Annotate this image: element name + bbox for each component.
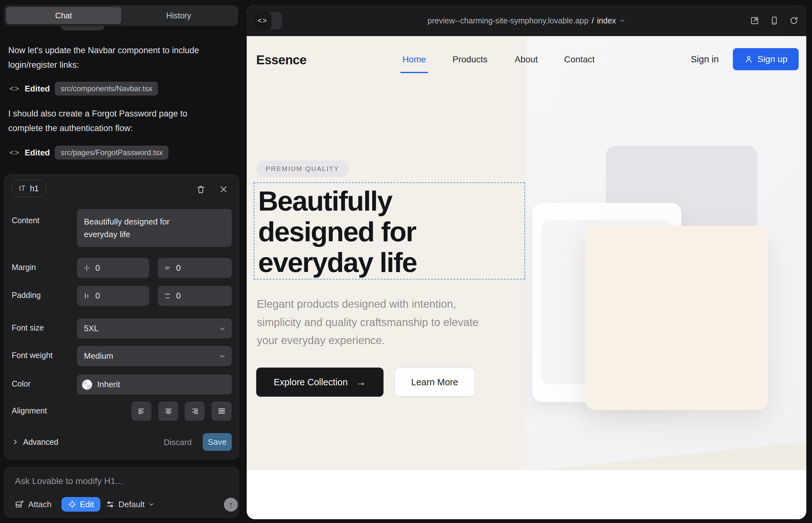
font-size-select[interactable]: 5XL — [77, 319, 232, 339]
edit-mode-button[interactable]: Edit — [61, 497, 100, 511]
margin-x-input[interactable]: 0 — [77, 258, 149, 278]
h1-selection-outline[interactable]: Beautifully designed for everyday life — [254, 182, 525, 279]
nav-link-contact[interactable]: Contact — [560, 54, 599, 65]
explore-collection-label: Explore Collection — [273, 377, 348, 387]
font-size-label: Font size — [12, 323, 44, 332]
save-button[interactable]: Save — [203, 433, 232, 451]
selected-element-badge: tT h1 — [12, 180, 46, 197]
chevron-down-icon — [619, 17, 625, 24]
align-left-button[interactable] — [131, 401, 152, 421]
text-tool-icon: tT — [19, 184, 25, 193]
sidebar-tabbar: Chat History — [4, 5, 238, 26]
chat-sidebar: Chat History Now let's update the Navbar… — [0, 0, 247, 523]
site-viewport: Essence Home Products About Contact Sign… — [247, 36, 806, 519]
refresh-icon[interactable] — [789, 16, 799, 25]
tab-chat[interactable]: Chat — [6, 7, 121, 24]
sign-in-link[interactable]: Sign in — [691, 54, 719, 65]
padding-x-input[interactable]: 0 — [77, 286, 149, 306]
code-icon: <> — [254, 12, 271, 29]
content-value: Beautifully designed for everyday life — [84, 215, 195, 240]
edit-label: Edit — [80, 500, 94, 509]
chat-composer[interactable]: Ask Lovable to modify H1... Attach Edit … — [4, 467, 239, 518]
margin-vertical-icon — [163, 264, 172, 272]
open-external-icon[interactable] — [750, 16, 759, 25]
advanced-label: Advanced — [23, 437, 58, 447]
delete-element-button[interactable] — [194, 183, 207, 196]
premium-quality-badge: PREMIUM QUALITY — [256, 161, 349, 177]
align-center-button[interactable] — [158, 401, 178, 421]
site-navbar: Essence Home Products About Contact Sign… — [247, 44, 806, 77]
sign-up-button[interactable]: Sign up — [733, 48, 799, 70]
align-center-icon — [164, 407, 173, 416]
hero-heading-line: designed for — [258, 216, 525, 247]
close-editor-button[interactable] — [217, 183, 230, 196]
nav-link-products[interactable]: Products — [448, 54, 492, 65]
color-select[interactable]: Inherit — [77, 375, 232, 395]
hero-paragraph: Elegant products designed with intention… — [257, 295, 494, 350]
padding-horizontal-icon — [83, 292, 91, 300]
site-logo[interactable]: Essence — [256, 53, 306, 67]
mobile-view-icon[interactable] — [770, 16, 779, 25]
mode-select[interactable]: Default — [106, 497, 155, 511]
composer-input[interactable]: Ask Lovable to modify H1... — [15, 476, 123, 486]
user-icon — [744, 55, 753, 64]
padding-y-input[interactable]: 0 — [158, 286, 232, 306]
edited-file-row: <> Edited src/components/Navbar.tsx — [10, 82, 158, 96]
edited-file-chip[interactable]: src/components/Navbar.tsx — [55, 82, 158, 96]
attach-label: Attach — [28, 500, 52, 509]
color-value: Inherit — [97, 380, 120, 390]
align-left-icon — [137, 407, 146, 416]
attach-button[interactable]: Attach — [15, 497, 52, 511]
tab-history[interactable]: History — [121, 7, 236, 24]
sign-up-label: Sign up — [758, 54, 788, 64]
font-weight-value: Medium — [84, 351, 113, 361]
url-bar[interactable]: preview--charming-site-symphony.lovable.… — [247, 5, 806, 36]
decorative-card-cream — [585, 226, 768, 410]
edited-file-chip[interactable]: src/pages/ForgotPassword.tsx — [55, 146, 169, 160]
align-right-button[interactable] — [184, 401, 205, 421]
content-input[interactable]: Beautifully designed for everyday life — [77, 209, 232, 247]
chevron-right-icon — [12, 438, 19, 446]
font-weight-label: Font weight — [12, 351, 53, 360]
nav-link-about[interactable]: About — [512, 54, 541, 65]
element-tag: h1 — [30, 184, 39, 193]
chevron-down-icon — [218, 353, 226, 360]
mode-label: Default — [119, 500, 144, 509]
preview-window: preview--charming-site-symphony.lovable.… — [247, 5, 806, 519]
chat-message: Now let's update the Navbar component to… — [8, 43, 205, 72]
chat-message: I should also create a Forgot Password p… — [8, 106, 211, 136]
align-justify-button[interactable] — [212, 401, 231, 421]
element-editor-panel: tT h1 Content Beautifully designed for e… — [4, 175, 239, 459]
code-icon: <> — [10, 84, 20, 93]
discard-button[interactable]: Discard — [164, 437, 192, 447]
edited-file-row: <> Edited src/pages/ForgotPassword.tsx — [10, 146, 169, 160]
send-button[interactable]: ↑ — [224, 498, 238, 511]
margin-x-value: 0 — [95, 263, 100, 273]
align-justify-icon — [217, 407, 226, 416]
url-page: index — [597, 16, 616, 25]
learn-more-button[interactable]: Learn More — [394, 367, 475, 397]
edited-label: Edited — [25, 84, 50, 94]
nav-link-home[interactable]: Home — [400, 54, 428, 65]
font-size-value: 5XL — [84, 324, 99, 333]
color-label: Color — [12, 379, 31, 389]
margin-y-value: 0 — [176, 263, 180, 273]
padding-x-value: 0 — [95, 291, 100, 301]
trash-icon — [196, 184, 206, 194]
nav-active-underline — [400, 72, 428, 73]
content-label: Content — [12, 216, 40, 225]
arrow-up-icon: ↑ — [229, 500, 233, 510]
sliders-icon — [106, 500, 114, 509]
lovable-app-window: Chat History Now let's update the Navbar… — [0, 0, 812, 523]
hero-heading: Beautifully designed for everyday life — [254, 183, 525, 278]
padding-label: Padding — [12, 291, 41, 300]
hero-heading-line: Beautifully — [258, 185, 525, 216]
url-domain: preview--charming-site-symphony.lovable.… — [427, 16, 588, 25]
margin-horizontal-icon — [83, 264, 91, 272]
margin-y-input[interactable]: 0 — [158, 258, 232, 278]
advanced-toggle[interactable]: Advanced — [12, 433, 58, 451]
explore-collection-button[interactable]: Explore Collection → — [256, 367, 384, 397]
font-weight-select[interactable]: Medium — [77, 346, 232, 366]
padding-vertical-icon — [163, 292, 172, 300]
code-preview-toggle[interactable]: <> — [254, 12, 282, 29]
